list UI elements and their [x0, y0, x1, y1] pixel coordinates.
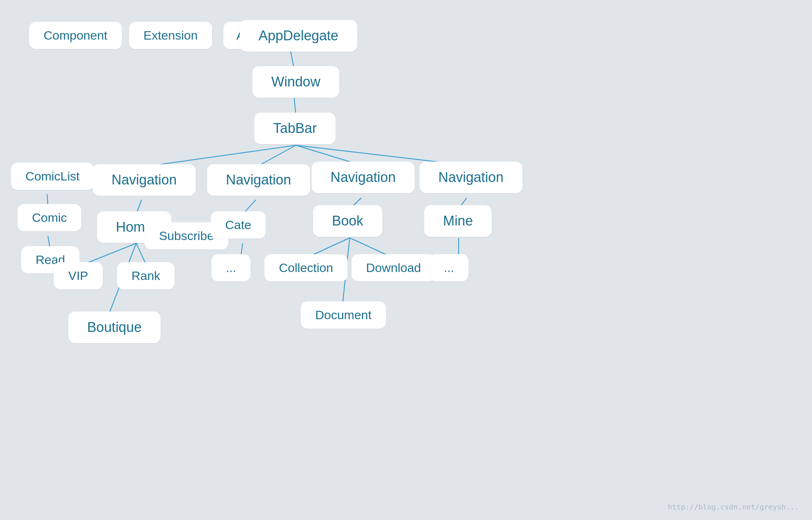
node-comic: Comic [17, 204, 81, 231]
node-extension: Extension [129, 22, 212, 49]
svg-line-2 [142, 145, 296, 167]
node-nav3: Navigation [312, 162, 415, 193]
svg-line-3 [256, 145, 296, 167]
node-component: Component [29, 22, 122, 49]
node-mine: Mine [424, 205, 492, 237]
watermark: http://blog.csdn.net/greysh... [668, 503, 799, 511]
node-document: Document [301, 301, 386, 329]
node-nav1: Navigation [93, 164, 196, 196]
node-nav4: Navigation [419, 162, 523, 193]
node-appdelegate: AppDelegate [240, 20, 357, 52]
node-comiclist: ComicList [11, 163, 94, 190]
node-cate-dots: ... [211, 254, 251, 281]
node-download: Download [352, 254, 435, 281]
node-cate: Cate [211, 211, 266, 239]
svg-line-9 [82, 243, 136, 265]
node-window: Window [252, 66, 339, 98]
node-boutique: Boutique [68, 312, 161, 343]
node-rank: Rank [117, 262, 175, 289]
node-collection: Collection [264, 254, 348, 281]
node-nav2: Navigation [207, 164, 310, 196]
node-book: Book [313, 205, 382, 237]
node-vip: VIP [54, 262, 103, 289]
diagram-container: Component Extension API AppDelegate Wind… [0, 0, 812, 520]
svg-line-11 [136, 243, 146, 265]
node-tabbar: TabBar [254, 113, 336, 144]
node-mine-dots: ... [429, 254, 468, 281]
